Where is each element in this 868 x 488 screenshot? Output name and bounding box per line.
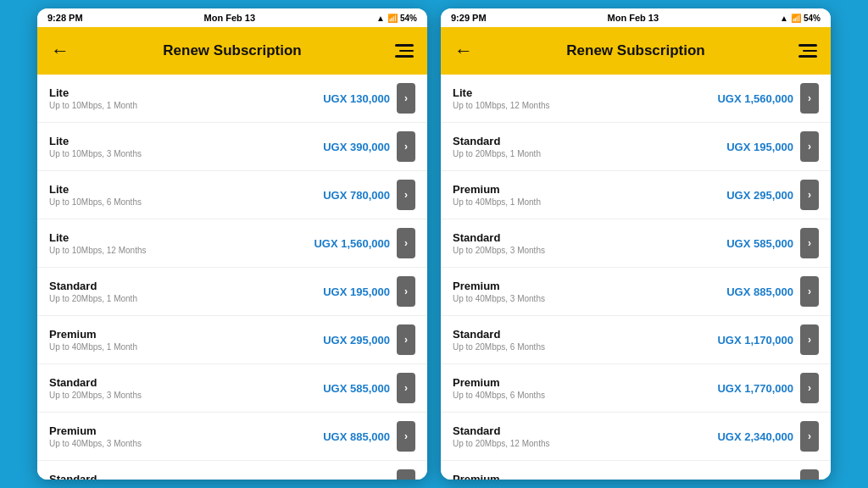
plan-name: Lite	[453, 86, 717, 99]
menu-line-4	[798, 44, 817, 47]
menu-button-1[interactable]	[390, 44, 414, 58]
plan-info: Premium Up to 40Mbps, 1 Month	[453, 183, 726, 207]
plan-desc: Up to 20Mbps, 1 Month	[453, 149, 726, 158]
plan-desc: Up to 40Mbps, 1 Month	[49, 342, 323, 352]
plan-price: UGX 295,000	[726, 189, 793, 202]
plan-list-2[interactable]: Lite Up to 10Mbps, 12 Months UGX 1,560,0…	[441, 75, 831, 480]
plan-item[interactable]: Standard Up to 20Mbps, 1 Month UGX 195,0…	[441, 123, 831, 171]
plan-price: UGX 1,560,000	[717, 92, 793, 105]
back-button-2[interactable]: ←	[454, 40, 478, 62]
battery-1: 54%	[400, 14, 417, 23]
plan-desc: Up to 20Mbps, 3 Months	[453, 246, 726, 255]
time-2: 9:29 PM	[451, 13, 487, 23]
plan-name: Standard	[453, 135, 726, 147]
plan-select-arrow[interactable]: ›	[397, 373, 415, 403]
plan-info: Premium Up to 40Mbps, 12 Months	[453, 473, 717, 480]
plan-item[interactable]: Premium Up to 40Mbps, 3 Months UGX 885,0…	[441, 268, 831, 316]
plan-desc: Up to 10Mbps, 1 Month	[49, 101, 323, 110]
plan-select-arrow[interactable]: ›	[800, 469, 819, 480]
menu-line-3	[395, 55, 414, 58]
plan-price: UGX 1,170,000	[717, 334, 793, 347]
plan-select-arrow[interactable]: ›	[397, 324, 415, 355]
plan-desc: Up to 40Mbps, 3 Months	[49, 439, 323, 448]
signal-icon-2: ▲	[780, 14, 788, 23]
plan-select-arrow[interactable]: ›	[397, 469, 415, 480]
plan-item[interactable]: Premium Up to 40Mbps, 6 Months UGX 1,770…	[441, 364, 831, 413]
menu-line-1	[395, 44, 414, 47]
plan-price: UGX 885,000	[726, 286, 793, 298]
plan-price: UGX 295,000	[323, 334, 390, 347]
phone-1: 9:28 PM Mon Feb 13 ▲ 📶 54% ← Renew Subsc…	[37, 8, 427, 480]
plan-price: UGX 3,540,000	[717, 479, 793, 480]
plan-select-arrow[interactable]: ›	[800, 421, 819, 452]
plan-select-arrow[interactable]: ›	[800, 131, 819, 162]
plan-name: Lite	[49, 183, 323, 196]
phones-container: 9:28 PM Mon Feb 13 ▲ 📶 54% ← Renew Subsc…	[29, 0, 839, 488]
plan-list-1[interactable]: Lite Up to 10Mbps, 1 Month UGX 130,000 ›…	[37, 75, 427, 480]
menu-button-2[interactable]	[793, 44, 817, 58]
plan-select-arrow[interactable]: ›	[397, 83, 415, 114]
back-button-1[interactable]: ←	[51, 40, 75, 62]
plan-price: UGX 1,770,000	[717, 382, 793, 395]
plan-info: Lite Up to 10Mbps, 3 Months	[49, 135, 323, 158]
plan-item[interactable]: Standard Up to 20Mbps, 6 Months UGX 1,17…	[37, 461, 427, 480]
plan-select-arrow[interactable]: ›	[800, 83, 819, 114]
battery-2: 54%	[804, 14, 821, 23]
plan-select-arrow[interactable]: ›	[800, 324, 819, 355]
plan-desc: Up to 20Mbps, 1 Month	[49, 294, 323, 303]
plan-name: Premium	[453, 473, 717, 480]
plan-item[interactable]: Lite Up to 10Mbps, 3 Months UGX 390,000 …	[37, 123, 427, 171]
plan-info: Premium Up to 40Mbps, 6 Months	[453, 376, 717, 400]
plan-price: UGX 1,560,000	[314, 237, 390, 250]
plan-item[interactable]: Lite Up to 10Mbps, 12 Months UGX 1,560,0…	[441, 75, 831, 123]
plan-info: Standard Up to 20Mbps, 1 Month	[453, 135, 726, 158]
plan-price: UGX 195,000	[726, 141, 793, 153]
plan-info: Premium Up to 40Mbps, 1 Month	[49, 328, 323, 352]
plan-item[interactable]: Standard Up to 20Mbps, 1 Month UGX 195,0…	[37, 268, 427, 316]
plan-select-arrow[interactable]: ›	[397, 180, 415, 210]
plan-select-arrow[interactable]: ›	[397, 276, 415, 307]
plan-info: Standard Up to 20Mbps, 1 Month	[49, 280, 323, 303]
header-title-2: Renew Subscription	[478, 42, 793, 59]
plan-info: Premium Up to 40Mbps, 3 Months	[49, 424, 323, 448]
plan-select-arrow[interactable]: ›	[397, 228, 415, 258]
signal-icon-1: ▲	[376, 14, 385, 23]
plan-select-arrow[interactable]: ›	[800, 228, 819, 258]
plan-select-arrow[interactable]: ›	[800, 373, 819, 403]
plan-item[interactable]: Premium Up to 40Mbps, 1 Month UGX 295,00…	[441, 171, 831, 219]
plan-item[interactable]: Standard Up to 20Mbps, 3 Months UGX 585,…	[441, 219, 831, 268]
header-title-1: Renew Subscription	[75, 42, 390, 59]
plan-info: Standard Up to 20Mbps, 12 Months	[453, 424, 717, 448]
plan-select-arrow[interactable]: ›	[800, 276, 819, 307]
plan-price: UGX 1,170,000	[314, 479, 390, 480]
plan-info: Standard Up to 20Mbps, 3 Months	[453, 231, 726, 255]
plan-info: Standard Up to 20Mbps, 6 Months	[49, 473, 314, 480]
date-1: Mon Feb 13	[204, 13, 256, 23]
plan-info: Standard Up to 20Mbps, 6 Months	[453, 328, 717, 352]
plan-name: Premium	[453, 280, 726, 292]
status-bar-1: 9:28 PM Mon Feb 13 ▲ 📶 54%	[37, 8, 427, 27]
plan-item[interactable]: Standard Up to 20Mbps, 3 Months UGX 585,…	[37, 364, 427, 413]
status-icons-2: ▲ 📶 54%	[780, 14, 821, 23]
plan-price: UGX 585,000	[726, 237, 793, 250]
plan-select-arrow[interactable]: ›	[397, 421, 415, 452]
plan-item[interactable]: Standard Up to 20Mbps, 6 Months UGX 1,17…	[441, 316, 831, 364]
plan-desc: Up to 20Mbps, 3 Months	[49, 391, 323, 400]
plan-item[interactable]: Premium Up to 40Mbps, 12 Months UGX 3,54…	[441, 461, 831, 480]
plan-name: Premium	[453, 376, 717, 389]
plan-price: UGX 585,000	[323, 382, 390, 395]
plan-item[interactable]: Premium Up to 40Mbps, 3 Months UGX 885,0…	[37, 413, 427, 461]
plan-info: Lite Up to 10Mbps, 12 Months	[49, 231, 314, 255]
header-2: ← Renew Subscription	[441, 27, 831, 75]
plan-name: Premium	[453, 183, 726, 196]
plan-item[interactable]: Lite Up to 10Mbps, 1 Month UGX 130,000 ›	[37, 75, 427, 123]
plan-item[interactable]: Standard Up to 20Mbps, 12 Months UGX 2,3…	[441, 413, 831, 461]
plan-price: UGX 2,340,000	[717, 430, 793, 443]
menu-line-2	[399, 50, 414, 53]
plan-item[interactable]: Lite Up to 10Mbps, 6 Months UGX 780,000 …	[37, 171, 427, 219]
plan-item[interactable]: Lite Up to 10Mbps, 12 Months UGX 1,560,0…	[37, 219, 427, 268]
plan-select-arrow[interactable]: ›	[397, 131, 415, 162]
plan-item[interactable]: Premium Up to 40Mbps, 1 Month UGX 295,00…	[37, 316, 427, 364]
plan-select-arrow[interactable]: ›	[800, 180, 819, 210]
plan-price: UGX 130,000	[323, 92, 390, 105]
